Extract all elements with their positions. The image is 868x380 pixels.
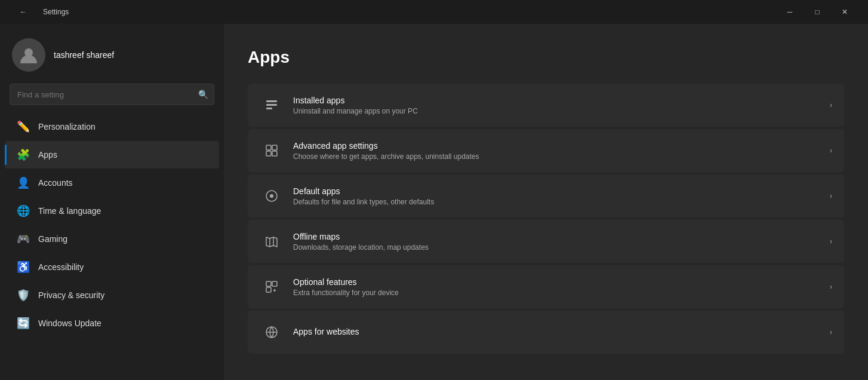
sidebar-item-privacy-security[interactable]: 🛡️ Privacy & security	[5, 281, 219, 309]
titlebar-left: ← Settings	[10, 2, 69, 22]
default-apps-text: Default apps Defaults for file and link …	[293, 186, 824, 206]
personalization-icon: ✏️	[17, 120, 30, 133]
advanced-app-settings-desc: Choose where to get apps, archive apps, …	[293, 152, 824, 161]
installed-apps-title: Installed apps	[293, 96, 824, 105]
offline-maps-item[interactable]: Offline maps Downloads, storage location…	[248, 220, 844, 263]
svg-rect-5	[272, 145, 277, 150]
gaming-label: Gaming	[38, 234, 67, 244]
back-button[interactable]: ←	[10, 2, 37, 22]
svg-rect-4	[266, 145, 271, 150]
svg-rect-1	[266, 100, 277, 102]
sidebar-item-accessibility[interactable]: ♿ Accessibility	[5, 253, 219, 281]
svg-rect-7	[272, 151, 277, 156]
offline-maps-text: Offline maps Downloads, storage location…	[293, 232, 824, 252]
apps-for-websites-text: Apps for websites	[293, 327, 824, 338]
minimize-button[interactable]: ─	[776, 2, 804, 22]
default-apps-title: Default apps	[293, 186, 824, 196]
close-button[interactable]: ✕	[831, 2, 858, 22]
default-apps-desc: Defaults for file and link types, other …	[293, 198, 824, 206]
sidebar-item-time-language[interactable]: 🌐 Time & language	[5, 197, 219, 225]
sidebar-item-accounts[interactable]: 👤 Accounts	[5, 169, 219, 197]
accounts-label: Accounts	[38, 178, 73, 188]
offline-maps-chevron: ›	[830, 237, 832, 246]
sidebar-item-personalization[interactable]: ✏️ Personalization	[5, 113, 219, 140]
offline-maps-desc: Downloads, storage location, map updates	[293, 243, 824, 252]
svg-rect-10	[266, 281, 271, 286]
privacy-security-label: Privacy & security	[38, 290, 104, 300]
sidebar-item-windows-update[interactable]: 🔄 Windows Update	[5, 309, 219, 337]
accounts-icon: 👤	[17, 176, 30, 189]
advanced-app-settings-chevron: ›	[830, 146, 832, 155]
installed-apps-desc: Uninstall and manage apps on your PC	[293, 107, 824, 115]
accessibility-icon: ♿	[17, 261, 30, 274]
sidebar-item-apps[interactable]: 🧩 Apps	[5, 141, 219, 168]
optional-features-text: Optional features Extra functionality fo…	[293, 277, 824, 297]
advanced-app-settings-text: Advanced app settings Choose where to ge…	[293, 141, 824, 161]
advanced-app-settings-item[interactable]: Advanced app settings Choose where to ge…	[248, 129, 844, 172]
default-apps-item[interactable]: Default apps Defaults for file and link …	[248, 174, 844, 217]
svg-rect-11	[272, 281, 277, 286]
installed-apps-icon	[260, 93, 284, 117]
apps-for-websites-chevron: ›	[830, 328, 832, 336]
advanced-app-settings-icon	[260, 139, 284, 163]
installed-apps-text: Installed apps Uninstall and manage apps…	[293, 96, 824, 115]
installed-apps-item[interactable]: Installed apps Uninstall and manage apps…	[248, 84, 844, 127]
time-language-label: Time & language	[38, 206, 101, 216]
titlebar-title: Settings	[43, 8, 69, 16]
optional-features-title: Optional features	[293, 277, 824, 287]
default-apps-icon	[260, 184, 284, 208]
apps-for-websites-item[interactable]: Apps for websites ›	[248, 311, 844, 354]
optional-features-chevron: ›	[830, 283, 832, 291]
search-box: 🔍	[10, 84, 214, 105]
optional-features-item[interactable]: Optional features Extra functionality fo…	[248, 265, 844, 308]
offline-maps-icon	[260, 229, 284, 253]
sidebar-item-gaming[interactable]: 🎮 Gaming	[5, 225, 219, 253]
apps-for-websites-icon	[260, 320, 284, 344]
advanced-app-settings-title: Advanced app settings	[293, 141, 824, 151]
apps-icon: 🧩	[17, 148, 30, 161]
sidebar: tashreef shareef 🔍 ✏️ Personalization 🧩 …	[0, 24, 224, 380]
titlebar-controls: ─ □ ✕	[776, 2, 858, 22]
nav-items: ✏️ Personalization 🧩 Apps 👤 Accounts 🌐 T…	[0, 112, 224, 380]
default-apps-chevron: ›	[830, 192, 832, 200]
user-profile: tashreef shareef	[0, 30, 224, 84]
installed-apps-chevron: ›	[830, 101, 832, 109]
user-name: tashreef shareef	[54, 50, 114, 60]
optional-features-icon	[260, 275, 284, 299]
page-title: Apps	[248, 48, 844, 67]
svg-rect-12	[266, 287, 271, 292]
main-content: Apps Installed apps Uninstall and manage…	[224, 24, 868, 380]
offline-maps-title: Offline maps	[293, 232, 824, 241]
gaming-icon: 🎮	[17, 232, 30, 246]
windows-update-icon: 🔄	[17, 317, 30, 330]
windows-update-label: Windows Update	[38, 318, 101, 328]
search-icon: 🔍	[198, 90, 208, 99]
maximize-button[interactable]: □	[804, 2, 831, 22]
search-input[interactable]	[10, 84, 214, 105]
titlebar: ← Settings ─ □ ✕	[0, 0, 868, 24]
svg-rect-2	[266, 104, 277, 106]
apps-for-websites-title: Apps for websites	[293, 327, 824, 336]
svg-rect-3	[266, 108, 272, 109]
accessibility-label: Accessibility	[38, 262, 84, 272]
optional-features-desc: Extra functionality for your device	[293, 289, 824, 297]
svg-point-9	[270, 194, 273, 198]
apps-label: Apps	[38, 150, 57, 160]
settings-window: ← Settings ─ □ ✕ tashreef shareef	[0, 0, 868, 380]
settings-list: Installed apps Uninstall and manage apps…	[248, 84, 844, 354]
privacy-security-icon: 🛡️	[17, 289, 30, 302]
avatar	[12, 38, 45, 72]
time-language-icon: 🌐	[17, 204, 30, 217]
personalization-label: Personalization	[38, 122, 96, 131]
content-area: tashreef shareef 🔍 ✏️ Personalization 🧩 …	[0, 24, 868, 380]
svg-rect-6	[266, 151, 271, 156]
